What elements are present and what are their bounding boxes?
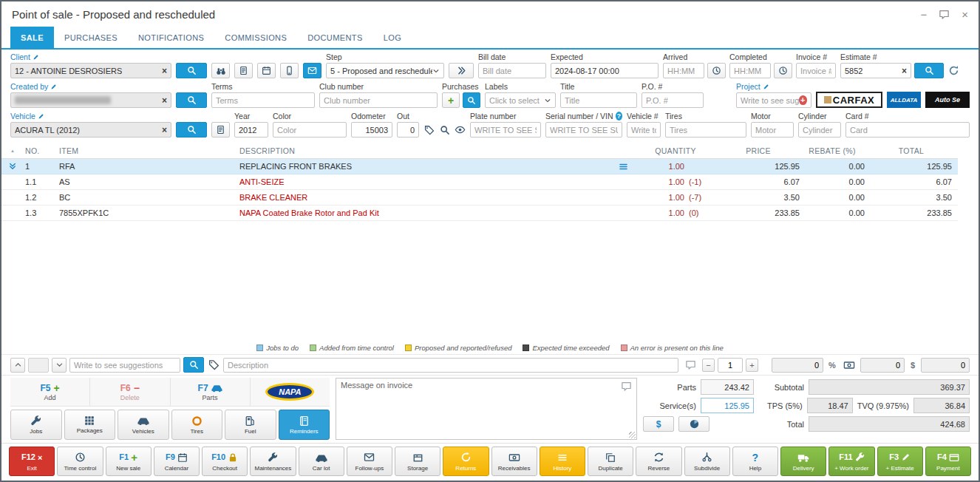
tag-icon[interactable]	[423, 122, 435, 138]
invoice-message-textarea[interactable]: Message on invoice	[336, 378, 637, 440]
arrived-now-button[interactable]	[707, 63, 726, 78]
vin-input[interactable]	[545, 122, 622, 138]
follow-ups-button[interactable]: Follow-ups	[347, 447, 392, 476]
project-label[interactable]: Project	[736, 82, 811, 91]
tires-input[interactable]	[665, 122, 746, 138]
alldata-logo[interactable]: ALLDATA	[887, 92, 921, 108]
table-row[interactable]: 1.2 BC BRAKE CLEANER 1.00 (-7) 3.50 0.00…	[1, 190, 958, 206]
help-button[interactable]: ? Help	[732, 447, 778, 476]
client-field[interactable]: 12 - ANTOINE DESROSIERS×	[10, 63, 171, 78]
client-label[interactable]: Client	[10, 52, 171, 61]
step-select[interactable]: 5 - Proposed and rescheduled	[326, 63, 444, 78]
car-lot-button[interactable]: Car lot	[299, 447, 344, 476]
client-notes-button[interactable]	[234, 63, 253, 78]
item-code-input[interactable]	[69, 358, 180, 373]
labels-select[interactable]: Click to select	[485, 92, 556, 108]
item-search-button[interactable]	[183, 357, 204, 373]
line-comment-icon[interactable]	[681, 357, 699, 373]
description-input[interactable]	[223, 358, 678, 373]
checkout-button[interactable]: F10 Checkout	[202, 447, 248, 476]
autoserve-logo[interactable]: Auto Se	[925, 92, 970, 108]
profit-chart-button[interactable]	[678, 416, 710, 432]
bill-date-input[interactable]	[478, 63, 546, 78]
receivables-button[interactable]: Receivables	[491, 447, 537, 476]
odometer-input[interactable]	[351, 122, 392, 138]
parts-button[interactable]: F7 Parts	[171, 378, 251, 406]
vehicle-label[interactable]: Vehicle	[10, 112, 171, 120]
tires-button[interactable]: Tires	[171, 410, 223, 440]
clear-client-icon[interactable]: ×	[159, 67, 167, 75]
eye-icon[interactable]	[455, 122, 466, 138]
qty-minus-button[interactable]: −	[702, 359, 715, 372]
out-input[interactable]	[397, 122, 419, 138]
reverse-button[interactable]: Reverse	[636, 447, 681, 476]
returns-button[interactable]: Returns	[443, 447, 489, 476]
reminders-button[interactable]: Reminders	[279, 410, 330, 440]
client-search-button[interactable]	[176, 63, 207, 78]
estimate-button[interactable]: F3 + Estimate	[877, 447, 923, 476]
clear-created-by-icon[interactable]: ×	[159, 96, 167, 105]
project-input[interactable]	[741, 94, 799, 106]
maintenances-button[interactable]: Maintenances	[250, 447, 296, 476]
refresh-icon[interactable]	[947, 63, 960, 78]
vin-help-icon[interactable]: ?	[616, 112, 622, 120]
carfax-logo[interactable]: CARFAX	[816, 92, 882, 108]
percent-icon[interactable]: %	[826, 361, 838, 370]
color-input[interactable]	[273, 122, 347, 138]
completed-input[interactable]	[729, 63, 771, 78]
tab-documents[interactable]: DOCUMENTS	[297, 27, 373, 48]
add-project-icon[interactable]: +	[799, 95, 807, 105]
year-input[interactable]	[234, 122, 268, 138]
terms-input[interactable]	[211, 92, 315, 108]
table-row[interactable]: 1.3 7855XPFK1C NAPA Coated Brake Rotor a…	[1, 206, 958, 221]
vehicle-number-input[interactable]	[627, 122, 661, 138]
resize-handle[interactable]	[629, 432, 636, 438]
message-chat-icon[interactable]	[621, 381, 632, 392]
napa-catalog-button[interactable]: NAPA	[251, 378, 330, 406]
po-input[interactable]	[642, 92, 704, 108]
currency-button[interactable]: $	[643, 416, 674, 432]
title-input[interactable]	[560, 92, 637, 108]
purchases-search-button[interactable]	[463, 92, 480, 108]
add-purchase-button[interactable]: +	[442, 92, 460, 108]
move-row-up-button[interactable]	[10, 358, 25, 373]
estimate-search-button[interactable]	[914, 63, 944, 78]
arrived-input[interactable]	[663, 63, 704, 78]
motor-input[interactable]	[751, 122, 794, 138]
client-appointments-button[interactable]	[257, 63, 276, 78]
tab-notifications[interactable]: NOTIFICATIONS	[128, 27, 214, 48]
tab-purchases[interactable]: PURCHASES	[54, 27, 128, 48]
next-step-button[interactable]	[449, 63, 474, 78]
plate-input[interactable]	[470, 122, 541, 138]
duplicate-button[interactable]: Duplicate	[588, 447, 633, 476]
clear-estimate-icon[interactable]: ×	[899, 67, 907, 75]
subdivide-button[interactable]: Subdivide	[684, 447, 730, 476]
minimize-icon[interactable]: −	[920, 9, 927, 20]
vehicle-field[interactable]: ACURA TL (2012)×	[10, 122, 171, 138]
project-field[interactable]: +	[736, 92, 811, 108]
estimate-field[interactable]: 5852×	[840, 63, 911, 78]
time-control-button[interactable]: Time control	[57, 447, 103, 476]
card-input[interactable]	[845, 122, 970, 138]
dollar-icon[interactable]: $	[908, 361, 918, 370]
invoice-input[interactable]	[796, 63, 836, 78]
expand-row-icon[interactable]	[8, 162, 17, 171]
vehicles-button[interactable]: Vehicles	[118, 410, 169, 440]
client-email-button[interactable]	[303, 63, 321, 78]
created-by-label[interactable]: Created by	[10, 82, 171, 91]
fuel-button[interactable]: Fuel	[225, 410, 276, 440]
tab-log[interactable]: LOG	[373, 27, 412, 48]
inspect-icon[interactable]	[439, 122, 450, 138]
line-total-input[interactable]	[921, 358, 970, 373]
qty-input[interactable]	[718, 358, 743, 373]
calendar-button[interactable]: F9 Calendar	[154, 447, 200, 476]
work-order-button[interactable]: F11 + Work order	[828, 447, 874, 476]
payment-button[interactable]: F4 Payment	[925, 447, 971, 476]
job-details-icon[interactable]	[619, 162, 628, 172]
cylinder-input[interactable]	[798, 122, 841, 138]
jobs-button[interactable]: Jobs	[10, 410, 62, 440]
table-row[interactable]: 1 RFA REPLACING FRONT BRAKES 1.00 125.95…	[1, 159, 958, 174]
table-row[interactable]: 1.1 AS ANTI-SEIZE 1.00 (-1) 6.07 0.00 6.…	[1, 174, 958, 190]
tab-sale[interactable]: SALE	[10, 27, 54, 48]
completed-now-button[interactable]	[774, 63, 792, 78]
